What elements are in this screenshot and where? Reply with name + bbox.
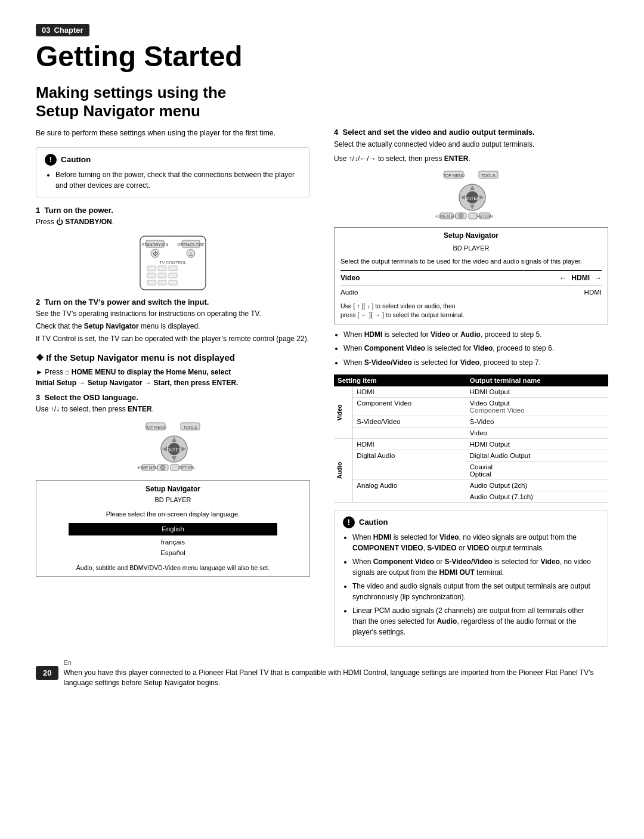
svg-rect-11 [158,266,166,271]
step2: 2 Turn on the TV’s power and switch the … [36,298,310,344]
caution-title-left: ! Caution [45,154,301,166]
svg-text:⏻: ⏻ [153,251,158,256]
caution-right-item-3: The video and audio signals output from … [352,581,599,602]
svg-rect-10 [147,266,156,271]
svg-text:TOOLS: TOOLS [481,174,496,178]
language-english: English [69,523,277,535]
setup-nav-header-right: Setup Navigator [335,228,608,241]
nav-instruction: Use [ ↑ ][ ↓ ] to select video or audio,… [340,299,602,320]
svg-text:TOOLS: TOOLS [183,425,197,429]
caution-right-item-1: When HDMI is selected for Video, no vide… [352,532,599,553]
bullet-item-3: When S-Video/Video is selected for Video… [343,357,608,369]
table-row: Component Video Video OutputComponent Vi… [334,397,608,416]
chapter-header: 03 Chapter Getting Started [36,24,608,73]
svg-text:ENTER: ENTER [464,196,480,201]
setup-nav-box-left: Setup Navigator BD PLAYER Please select … [36,480,310,577]
bullet-item-2: When Component Video is selected for Vid… [343,343,608,354]
intro-text: Be sure to perform these settings when u… [36,128,310,139]
svg-text:RETURN: RETURN [178,465,194,469]
chapter-number: 03 [42,26,50,35]
table-row: S-Video/Video S-Video [334,416,608,427]
caution-box-left: ! Caution Before turning on the power, c… [36,147,310,197]
step4-use: Use ↑/↓/←/→ to select, then press ENTER. [334,153,608,164]
caution-icon-left: ! [45,154,57,166]
setup-nav-sub-left: BD PLAYER [36,496,309,504]
svg-rect-13 [147,273,156,278]
chapter-word: Chapter [54,26,83,35]
svg-text:TV CONTROL: TV CONTROL [159,261,186,265]
setup-nav-body-right: Select the output terminals to be used f… [335,254,608,324]
svg-text:STANDBY/ON: STANDBY/ON [142,243,169,247]
table-row: Video HDMI HDMI Output [334,386,608,398]
output-table: Setting item Output terminal name Video … [334,374,608,503]
press-instruction: ► Press ⌂ HOME MENU to display the Home … [36,367,310,388]
svg-point-36 [160,465,165,470]
bullet-item-1: When HDMI is selected for Video or Audio… [343,329,608,340]
svg-rect-33 [171,465,179,470]
page-footer: 20 En When you have this player connecte… [36,658,608,688]
setup-nav-footer: Audio, subtitle and BDMV/DVD-Video menu … [42,564,304,573]
svg-rect-18 [169,280,177,285]
language-francais: français [69,537,277,547]
table-row: Analog Audio Audio Output (2ch) [334,479,608,491]
svg-text:TOP MENU: TOP MENU [145,425,167,429]
footer-lang: En [63,659,71,666]
section-title: Making settings using the Setup Navigato… [36,83,608,120]
step3-use: Use ↑/↓ to select, then press ENTER. [36,404,310,414]
table-row: Audio HDMI HDMI Output [334,438,608,450]
step4-body1: Select the actually connected video and … [334,139,608,150]
svg-text:RETURN: RETURN [476,214,493,218]
caution-list-right: When HDMI is selected for Video, no vide… [343,532,599,637]
svg-rect-15 [169,273,177,278]
language-espanol: Español [69,547,277,558]
video-row: Video ← HDMI → [340,270,602,286]
step1: 1 Turn on the power. Press ⏻ STANDBY/ON. [36,206,310,227]
step3-heading: 3 Select the OSD language. [36,393,310,402]
svg-text:△: △ [189,251,193,256]
caution-icon-right: ! [343,516,355,528]
table-row: Digital Audio Digital Audio Output [334,450,608,461]
caution-item: Before turning on the power, check that … [55,169,301,191]
svg-text:TOP MENU: TOP MENU [443,174,465,178]
bullet-list-right: When HDMI is selected for Video or Audio… [334,329,608,369]
chapter-title: Getting Started [36,41,608,73]
svg-rect-17 [158,280,166,285]
caution-title-right: ! Caution [343,516,599,528]
language-list: English français Español [69,523,277,559]
subsection-not-displayed: ❖ If the Setup Navigator menu is not dis… [36,352,310,363]
left-column: Be sure to perform these settings when u… [36,128,310,647]
right-column: 4 Select and set the video and audio out… [334,128,608,647]
caution-right-item-4: Linear PCM audio signals (2 channels) ar… [352,605,599,637]
step2-body: See the TV’s operating instructions for … [36,308,310,344]
table-header-output: Output terminal name [466,374,608,386]
remote-diagram-left: STANDBY/ON OPEN/CLOSE ⏻ △ TV CONTROL [134,233,212,293]
svg-rect-16 [147,280,156,285]
caution-box-right: ! Caution When HDMI is selected for Vide… [334,510,608,647]
dpad-diagram-right: TOP MENU TOOLS ENTER HOME MENU RETURN [435,169,507,222]
dpad-diagram-left: TOP MENU TOOLS ENTER HOME MENU RETURN [137,420,209,474]
caution-right-item-2: When Component Video or S-Video/Video is… [352,556,599,578]
svg-text:ENTER: ENTER [166,447,182,453]
svg-point-54 [459,213,463,218]
caution-list-left: Before turning on the power, check that … [45,169,301,191]
step1-body: Press ⏻ STANDBY/ON. [36,216,310,227]
step3: 3 Select the OSD language. Use ↑/↓ to se… [36,393,310,414]
setup-nav-box-right: Setup Navigator BD PLAYER Select the out… [334,227,608,324]
chapter-badge: 03 Chapter [36,24,89,36]
footer-desc: When you have this player connected to a… [63,668,608,688]
step2-heading: 2 Turn on the TV’s power and switch the … [36,298,310,307]
setup-nav-header-left: Setup Navigator [36,481,309,496]
svg-rect-12 [169,266,177,271]
setup-nav-sub-right: BD PLAYER [335,241,608,254]
setup-nav-body-left: Please select the on-screen display lang… [36,507,309,576]
audio-row: Audio HDMI [340,286,602,299]
svg-text:OPEN/CLOSE: OPEN/CLOSE [177,243,205,247]
step1-heading: 1 Turn on the power. [36,206,310,215]
svg-rect-51 [469,213,477,219]
svg-rect-14 [158,273,166,278]
table-header-setting: Setting item [334,374,466,386]
table-row: Video [334,427,608,438]
page-number: 20 [36,666,58,680]
step4-heading: 4 Select and set the video and audio out… [334,128,608,137]
